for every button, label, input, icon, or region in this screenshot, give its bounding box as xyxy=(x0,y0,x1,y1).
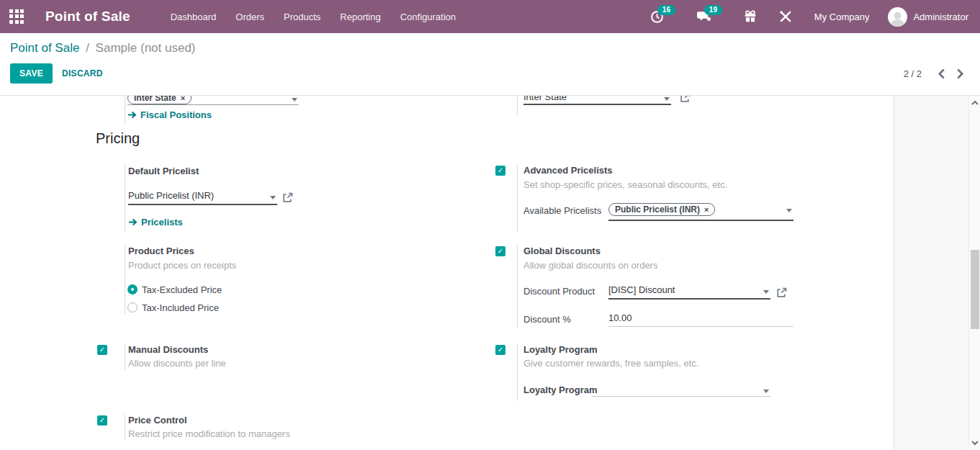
loyalty-program-checkbox[interactable]: ✓ xyxy=(495,345,505,355)
fiscal-position-tags-field[interactable]: Inter State × xyxy=(127,96,299,104)
divider xyxy=(517,245,518,328)
loyalty-program-block: ✓ Loyalty Program Give customer rewards,… xyxy=(488,344,886,401)
fiscal-positions-link[interactable]: Fiscal Positions xyxy=(127,109,212,120)
internal-link-arrow-icon xyxy=(128,218,138,226)
menu-item-dashboard[interactable]: Dashboard xyxy=(171,12,217,22)
setting-label: Product Prices xyxy=(128,246,194,256)
pager: 2 / 2 xyxy=(904,68,968,79)
activities-button[interactable]: 16 xyxy=(650,10,664,24)
user-menu[interactable]: Administrator xyxy=(888,7,968,27)
scroll-up-icon[interactable] xyxy=(971,99,979,107)
tools-icon xyxy=(779,10,792,23)
control-panel-buttons: SAVE DISCARD 2 / 2 xyxy=(10,63,968,84)
advanced-pricelists-block: ✓ Advanced Pricelists Set shop-specific … xyxy=(488,164,886,232)
caret-down-icon[interactable] xyxy=(664,97,670,101)
external-link-icon[interactable] xyxy=(680,96,691,103)
field-label: Loyalty Program xyxy=(523,384,598,395)
gift-button[interactable] xyxy=(744,10,758,24)
control-panel: Point of Sale / Sample (not used) SAVE D… xyxy=(0,33,980,96)
divider xyxy=(125,164,125,232)
section-title-pricing: Pricing xyxy=(96,130,140,147)
divider xyxy=(517,344,518,401)
user-name: Administrator xyxy=(913,12,968,22)
global-discounts-checkbox[interactable]: ✓ xyxy=(495,246,505,256)
divider xyxy=(125,344,125,370)
field-underline xyxy=(608,326,794,327)
manual-discounts-block: ✓ Manual Discounts Allow discounts per l… xyxy=(94,344,490,370)
setting-help: Allow global discounts on orders xyxy=(523,260,657,271)
apps-menu-icon[interactable] xyxy=(9,9,24,24)
app-title[interactable]: Point of Sale xyxy=(45,9,130,24)
scroll-down-icon[interactable] xyxy=(971,438,979,447)
scrollbar-thumb[interactable] xyxy=(971,250,979,329)
discount-product-select[interactable]: [DISC] Discount xyxy=(608,284,770,298)
menu-item-reporting[interactable]: Reporting xyxy=(340,12,380,22)
setting-label: Loyalty Program xyxy=(523,344,598,355)
setting-label: Advanced Pricelists xyxy=(523,165,613,176)
manual-discounts-checkbox[interactable]: ✓ xyxy=(97,345,107,355)
price-control-block: ✓ Price Control Restrict price modificat… xyxy=(94,415,490,441)
divider xyxy=(125,96,125,124)
external-link-icon[interactable] xyxy=(282,192,293,203)
caret-down-icon[interactable] xyxy=(292,98,297,102)
breadcrumb-current: Sample (not used) xyxy=(96,41,196,55)
pager-next-button[interactable] xyxy=(956,68,964,79)
breadcrumb-parent-link[interactable]: Point of Sale xyxy=(10,41,79,55)
caret-down-icon[interactable] xyxy=(786,209,792,212)
right-gutter xyxy=(894,96,968,450)
pricelists-link[interactable]: Pricelists xyxy=(128,217,183,228)
external-link-icon[interactable] xyxy=(776,287,787,298)
top-navbar: Point of Sale Dashboard Orders Products … xyxy=(0,0,980,33)
setting-label: Price Control xyxy=(128,415,187,426)
pricelist-tag: Public Pricelist (INR) × xyxy=(608,203,715,216)
setting-label: Global Discounts xyxy=(523,246,601,256)
discount-percent-input[interactable]: 10.00 xyxy=(608,312,794,326)
field-underline xyxy=(127,104,299,105)
menu-item-orders[interactable]: Orders xyxy=(235,12,264,22)
default-pricelist-select[interactable]: Public Pricelist (INR) xyxy=(128,190,277,204)
menu-item-products[interactable]: Products xyxy=(284,12,320,22)
setting-help: Allow discounts per line xyxy=(128,358,226,369)
caret-down-icon[interactable] xyxy=(270,196,276,199)
settings-form: Inter State × Fiscal Positions Inter Sta… xyxy=(0,96,980,450)
avatar xyxy=(888,7,907,27)
pager-previous-button[interactable] xyxy=(938,68,945,79)
tax-excluded-radio[interactable] xyxy=(127,284,138,294)
setting-help: Product prices on receipts xyxy=(128,260,236,271)
field-label: Available Pricelists xyxy=(523,204,604,218)
price-control-checkbox[interactable]: ✓ xyxy=(97,415,107,426)
caret-down-icon[interactable] xyxy=(763,290,769,294)
discard-button[interactable]: DISCARD xyxy=(62,68,103,78)
message-count-badge: 19 xyxy=(704,5,722,15)
topbar-right: 16 19 My Company xyxy=(629,7,968,27)
tax-included-radio[interactable] xyxy=(127,302,138,312)
loyalty-program-select[interactable] xyxy=(592,383,770,396)
default-pricelist-block: Default Pricelist Public Pricelist (INR)… xyxy=(94,164,490,232)
setting-label: Default Pricelist xyxy=(128,166,199,176)
field-label: Discount Product xyxy=(523,284,604,299)
vertical-scrollbar[interactable] xyxy=(968,96,980,450)
divider xyxy=(517,96,518,114)
tag-remove-icon[interactable]: × xyxy=(181,96,185,102)
setting-help: Give customer rewards, free samples, etc… xyxy=(523,358,698,369)
fiscal-position-right-block: Inter State xyxy=(488,96,791,114)
divider xyxy=(125,245,125,314)
save-button[interactable]: SAVE xyxy=(10,63,53,84)
fiscal-position-left-block: Inter State × Fiscal Positions xyxy=(94,96,397,124)
messages-button[interactable]: 19 xyxy=(697,10,711,24)
available-pricelists-field[interactable]: Public Pricelist (INR) × xyxy=(608,202,794,220)
field-underline xyxy=(523,104,671,105)
support-tools-button[interactable] xyxy=(779,10,793,24)
radio-label[interactable]: Tax-Included Price xyxy=(142,302,219,313)
menu-item-configuration[interactable]: Configuration xyxy=(400,12,456,22)
setting-label: Manual Discounts xyxy=(128,344,208,355)
company-switcher[interactable]: My Company xyxy=(814,12,870,22)
fiscal-position-select[interactable]: Inter State xyxy=(523,96,671,104)
tag-remove-icon[interactable]: × xyxy=(704,205,709,214)
divider xyxy=(517,164,518,232)
breadcrumb-separator: / xyxy=(86,41,89,55)
product-prices-block: Product Prices Product prices on receipt… xyxy=(94,245,490,314)
radio-label[interactable]: Tax-Excluded Price xyxy=(142,284,222,295)
caret-down-icon[interactable] xyxy=(763,390,769,393)
advanced-pricelists-checkbox[interactable]: ✓ xyxy=(495,166,505,176)
